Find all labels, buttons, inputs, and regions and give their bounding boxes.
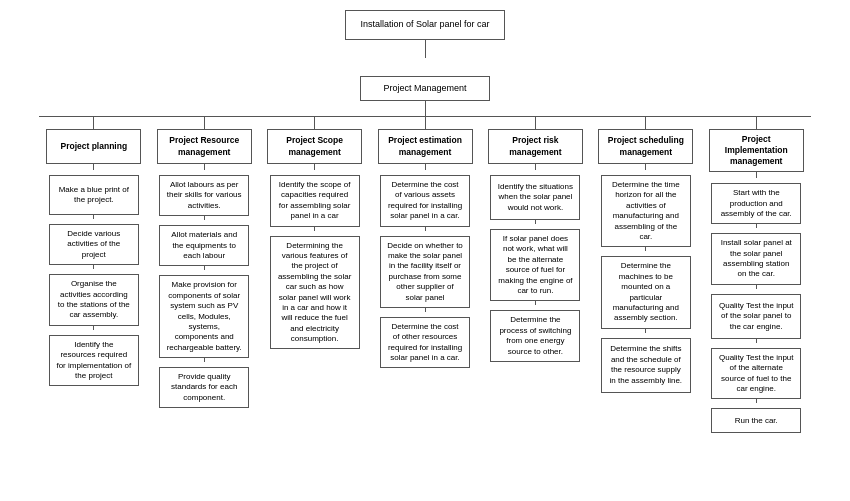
col2-header: Project Resource management <box>164 135 245 157</box>
col1-header-box: Project planning <box>46 129 141 164</box>
col7-header: Project Implementation management <box>716 134 797 167</box>
col7-header-box: Project Implementation management <box>709 129 804 172</box>
col5-header-box: Project risk management <box>488 129 583 164</box>
col4-header-box: Project estimation management <box>378 129 473 164</box>
col5-item0: Identify the situations when the solar p… <box>490 175 580 220</box>
top-section: Installation of Solar panel for car Proj… <box>5 10 845 101</box>
col4-item0: Determine the cost of various assets req… <box>380 175 470 227</box>
col1-item2: Organise the activities according to the… <box>49 274 139 326</box>
columns-container: Project planning Make a blue print of th… <box>39 117 812 433</box>
col-risk: Project risk management Identify the sit… <box>480 117 590 362</box>
col7-item2: Quality Test the input of the solar pane… <box>711 294 801 339</box>
col4-item1: Decide on whether to make the solar pane… <box>380 236 470 308</box>
pm-down-line <box>425 101 426 116</box>
col5-item1: If solar panel does not work, what will … <box>490 229 580 301</box>
col2-item1: Allot materials and the equipments to ea… <box>159 225 249 266</box>
col6-header-box: Project scheduling management <box>598 129 693 164</box>
col3-header: Project Scope management <box>274 135 355 157</box>
diagram: Installation of Solar panel for car Proj… <box>0 0 850 501</box>
col7-item0: Start with the production and assembly o… <box>711 183 801 224</box>
pm-text: Project Management <box>383 83 466 95</box>
col1-item1: Decide various activities of the project <box>49 224 139 265</box>
col1-item3: Identify the resources required for impl… <box>49 335 139 387</box>
col6-header: Project scheduling management <box>605 135 686 157</box>
col2-header-box: Project Resource management <box>157 129 252 164</box>
col2-item2: Make provision for components of solar s… <box>159 275 249 358</box>
col4-item2: Determine the cost of other resources re… <box>380 317 470 369</box>
col-planning: Project planning Make a blue print of th… <box>39 117 149 386</box>
col7-item3: Quality Test the input of the alternate … <box>711 348 801 400</box>
col7-item4: Run the car. <box>711 408 801 433</box>
col-estimation: Project estimation management Determine … <box>370 117 480 368</box>
col-resource: Project Resource management Allot labour… <box>149 117 259 408</box>
pm-box: Project Management <box>360 76 490 101</box>
col5-header: Project risk management <box>495 135 576 157</box>
col6-item0: Determine the time horizon for all the a… <box>601 175 691 247</box>
root-pm-connector <box>425 40 426 58</box>
col5-item2: Determine the process of switching from … <box>490 310 580 362</box>
col1-header: Project planning <box>61 141 128 152</box>
col-implementation: Project Implementation management Start … <box>701 117 811 433</box>
col7-item1: Install solar panel at the solar panel a… <box>711 233 801 285</box>
col4-header: Project estimation management <box>385 135 466 157</box>
col-scope: Project Scope management Identify the sc… <box>259 117 369 349</box>
col1-top-line <box>93 117 94 129</box>
col3-header-box: Project Scope management <box>267 129 362 164</box>
title-box: Installation of Solar panel for car <box>345 10 505 40</box>
col3-item0: Identify the scope of capacities require… <box>270 175 360 227</box>
col6-item1: Determine the machines to be mounted on … <box>601 256 691 328</box>
col-scheduling: Project scheduling management Determine … <box>591 117 701 393</box>
col6-item2: Determine the shifts and the schedule of… <box>601 338 691 393</box>
col1-item0: Make a blue print of the project. <box>49 175 139 215</box>
title-text: Installation of Solar panel for car <box>360 19 489 31</box>
col2-item0: Allot labours as per their skills for va… <box>159 175 249 216</box>
col3-item1: Determining the various features of the … <box>270 236 360 350</box>
col2-item3: Provide quality standards for each compo… <box>159 367 249 408</box>
